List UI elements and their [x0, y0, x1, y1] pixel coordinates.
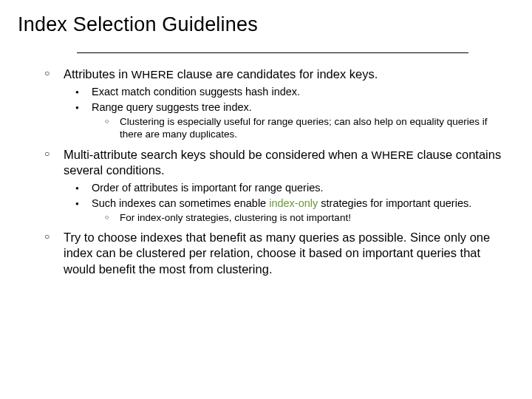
highlight-index-only: index-only [269, 197, 318, 209]
bullet-attributes-where: Attributes in WHERE clause are candidate… [44, 66, 508, 141]
bullet-range-query: Range query suggests tree index. Cluster… [75, 100, 508, 141]
where-keyword: WHERE [132, 68, 174, 81]
bullet-list-lvl3: Clustering is especially useful for rang… [92, 115, 508, 141]
text: Such indexes can sometimes enable [92, 197, 269, 209]
bullet-exact-match: Exact match condition suggests hash inde… [75, 85, 508, 99]
bullet-multi-attribute: Multi-attribute search keys should be co… [44, 147, 508, 225]
bullet-list-lvl1: Attributes in WHERE clause are candidate… [18, 66, 514, 277]
text: strategies for important queries. [318, 197, 471, 209]
bullet-order-of-attributes: Order of attributes is important for ran… [75, 181, 508, 195]
bullet-choose-indexes: Try to choose indexes that benefit as ma… [44, 230, 508, 276]
slide-title: Index Selection Guidelines [18, 13, 514, 36]
text: clause are candidates for index keys. [174, 67, 378, 81]
text: Multi-attribute search keys should be co… [64, 148, 371, 161]
where-keyword: WHERE [371, 149, 413, 161]
text: Range query suggests tree index. [92, 101, 252, 113]
text: Attributes in [64, 67, 132, 81]
title-divider [77, 52, 468, 53]
bullet-list-lvl2: Order of attributes is important for ran… [64, 181, 508, 224]
bullet-clustering-not-important: For index-only strategies, clustering is… [105, 211, 508, 224]
slide: Index Selection Guidelines Attributes in… [0, 0, 532, 399]
bullet-list-lvl2: Exact match condition suggests hash inde… [64, 85, 508, 141]
bullet-clustering-useful: Clustering is especially useful for rang… [105, 115, 508, 141]
bullet-index-only: Such indexes can sometimes enable index-… [75, 197, 508, 225]
bullet-list-lvl3: For index-only strategies, clustering is… [92, 211, 508, 224]
